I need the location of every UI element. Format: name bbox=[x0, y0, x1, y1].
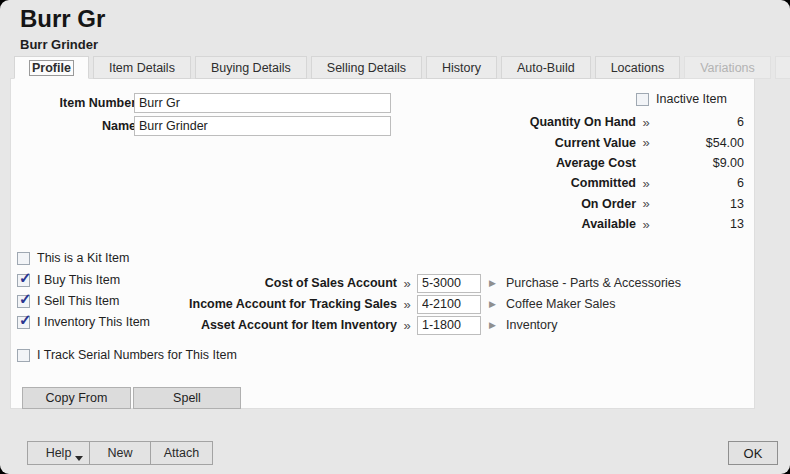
income-account-row: Income Account for Tracking Sales » ▶ Co… bbox=[159, 294, 616, 314]
summary-row: Available » 13 bbox=[466, 214, 744, 234]
drill-arrow-icon[interactable]: » bbox=[636, 217, 656, 232]
inactive-item-checkbox[interactable] bbox=[636, 93, 649, 106]
inventory-item-checkbox[interactable] bbox=[17, 316, 30, 329]
tab-variations: Variations bbox=[684, 56, 771, 79]
item-number-input[interactable] bbox=[134, 93, 391, 113]
account-name: Coffee Maker Sales bbox=[506, 297, 616, 311]
inventory-item-row: I Inventory This Item bbox=[17, 315, 150, 329]
attach-button-label: Attach bbox=[164, 446, 199, 460]
copy-from-button[interactable]: Copy From bbox=[22, 387, 131, 409]
drill-arrow-icon[interactable]: » bbox=[636, 115, 656, 130]
new-button-label: New bbox=[107, 446, 132, 460]
summary-label: Available bbox=[466, 217, 636, 231]
tab-label: Variations bbox=[700, 61, 755, 75]
asset-account-input[interactable] bbox=[417, 316, 481, 335]
kit-item-checkbox[interactable] bbox=[17, 252, 30, 265]
buy-item-checkbox[interactable] bbox=[17, 274, 30, 287]
help-button[interactable]: Help bbox=[27, 441, 90, 465]
tab-label: Selling Details bbox=[327, 61, 406, 75]
tab-profile[interactable]: Profile bbox=[14, 56, 89, 79]
buy-item-row: I Buy This Item bbox=[17, 273, 120, 287]
account-label: Income Account for Tracking Sales bbox=[159, 297, 397, 311]
drill-arrow-icon[interactable]: » bbox=[397, 297, 417, 312]
summary-label: Current Value bbox=[466, 136, 636, 150]
ok-button[interactable]: OK bbox=[728, 441, 778, 465]
summary-value: 6 bbox=[656, 115, 744, 129]
summary-row: Committed » 6 bbox=[466, 173, 744, 193]
account-label: Asset Account for Item Inventory bbox=[159, 318, 397, 332]
serial-numbers-label: I Track Serial Numbers for This Item bbox=[37, 348, 237, 362]
new-button[interactable]: New bbox=[89, 441, 151, 465]
tab-item-details[interactable]: Item Details bbox=[93, 56, 191, 79]
profile-tab-panel: Item Number Name Inactive Item Quantity … bbox=[10, 78, 755, 409]
tab-label: Profile bbox=[30, 61, 73, 75]
kit-item-row: This is a Kit Item bbox=[17, 251, 129, 265]
inactive-item-row: Inactive Item bbox=[636, 92, 727, 106]
spell-button[interactable]: Spell bbox=[133, 387, 241, 409]
item-information-window: Burr Gr Burr Grinder Profile Item Detail… bbox=[0, 0, 790, 474]
tab-auto-build[interactable]: Auto-Build bbox=[501, 56, 591, 79]
summary-row: Current Value » $54.00 bbox=[466, 132, 744, 152]
page-subtitle: Burr Grinder bbox=[20, 37, 98, 52]
tab-locations[interactable]: Locations bbox=[595, 56, 681, 79]
stock-summary: Quantity On Hand » 6 Current Value » $54… bbox=[466, 112, 744, 234]
tab-label: Buying Details bbox=[211, 61, 291, 75]
summary-label: Average Cost bbox=[466, 156, 636, 170]
sell-item-label: I Sell This Item bbox=[37, 294, 119, 308]
summary-value: 13 bbox=[656, 217, 744, 231]
summary-label: Quantity On Hand bbox=[466, 115, 636, 129]
summary-row: Average Cost $9.00 bbox=[466, 153, 744, 173]
account-name: Inventory bbox=[506, 318, 557, 332]
cost-of-sales-account-row: Cost of Sales Account » ▶ Purchase - Par… bbox=[159, 273, 681, 293]
summary-row: On Order » 13 bbox=[466, 194, 744, 214]
account-lookup-icon[interactable]: ▶ bbox=[489, 320, 499, 330]
buy-item-label: I Buy This Item bbox=[37, 273, 120, 287]
tab-label: History bbox=[442, 61, 481, 75]
account-lookup-icon[interactable]: ▶ bbox=[489, 278, 499, 288]
drill-arrow-icon[interactable]: » bbox=[636, 176, 656, 191]
footer-button-group: Help New Attach bbox=[27, 441, 213, 465]
tab-label: Locations bbox=[611, 61, 665, 75]
name-label: Name bbox=[16, 119, 136, 133]
account-label: Cost of Sales Account bbox=[159, 276, 397, 290]
sell-item-row: I Sell This Item bbox=[17, 294, 119, 308]
name-input[interactable] bbox=[134, 116, 391, 136]
income-account-input[interactable] bbox=[417, 295, 481, 314]
item-number-label: Item Number bbox=[16, 96, 136, 110]
cost-of-sales-account-input[interactable] bbox=[417, 274, 481, 293]
serial-numbers-row: I Track Serial Numbers for This Item bbox=[17, 348, 237, 362]
inactive-item-label: Inactive Item bbox=[656, 92, 727, 106]
account-lookup-icon[interactable]: ▶ bbox=[489, 299, 499, 309]
serial-numbers-checkbox[interactable] bbox=[17, 349, 30, 362]
sell-item-checkbox[interactable] bbox=[17, 295, 30, 308]
drill-arrow-icon[interactable]: » bbox=[397, 276, 417, 291]
summary-value: $54.00 bbox=[656, 136, 744, 150]
summary-value: $9.00 bbox=[656, 156, 744, 170]
tab-serial-numbers: Serial Numbers bbox=[775, 56, 790, 79]
drill-arrow-icon[interactable]: » bbox=[636, 196, 656, 211]
drill-arrow-icon[interactable]: » bbox=[397, 318, 417, 333]
summary-label: Committed bbox=[466, 176, 636, 190]
chevron-down-icon bbox=[75, 456, 83, 461]
tab-history[interactable]: History bbox=[426, 56, 497, 79]
page-title: Burr Gr bbox=[20, 5, 105, 33]
asset-account-row: Asset Account for Item Inventory » ▶ Inv… bbox=[159, 315, 557, 335]
tab-label: Auto-Build bbox=[517, 61, 575, 75]
tab-selling-details[interactable]: Selling Details bbox=[311, 56, 422, 79]
help-button-label: Help bbox=[46, 446, 72, 460]
summary-label: On Order bbox=[466, 197, 636, 211]
drill-arrow-icon[interactable]: » bbox=[636, 135, 656, 150]
summary-row: Quantity On Hand » 6 bbox=[466, 112, 744, 132]
summary-value: 6 bbox=[656, 176, 744, 190]
kit-item-label: This is a Kit Item bbox=[37, 251, 129, 265]
account-name: Purchase - Parts & Accessories bbox=[506, 276, 681, 290]
tab-buying-details[interactable]: Buying Details bbox=[195, 56, 307, 79]
tab-label: Item Details bbox=[109, 61, 175, 75]
tab-bar: Profile Item Details Buying Details Sell… bbox=[14, 56, 790, 79]
inventory-item-label: I Inventory This Item bbox=[37, 315, 150, 329]
attach-button[interactable]: Attach bbox=[150, 441, 213, 465]
summary-value: 13 bbox=[656, 197, 744, 211]
